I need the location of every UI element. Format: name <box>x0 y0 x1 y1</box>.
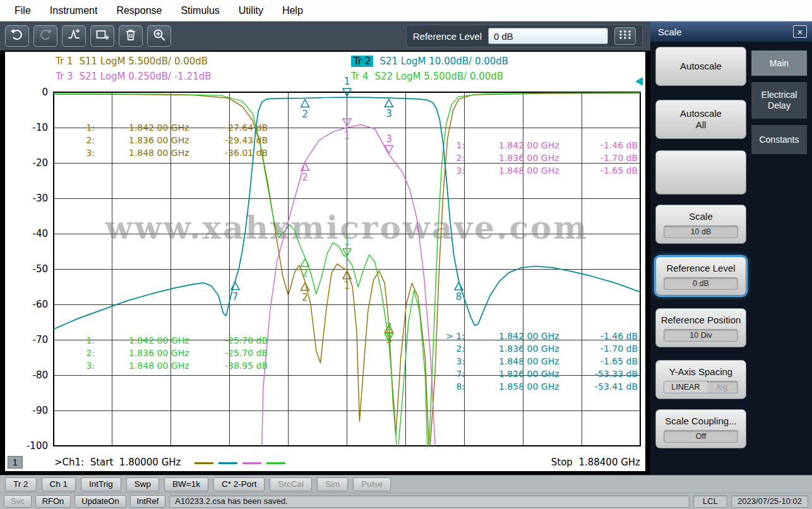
svg-text:-90: -90 <box>33 405 49 416</box>
reference-position-button[interactable]: Reference Position 10 Div <box>655 308 746 347</box>
y-axis-linear-option[interactable]: LINEAR <box>664 381 707 393</box>
trace3-name[interactable]: Tr 3 <box>56 71 73 82</box>
svg-text:-70: -70 <box>33 334 49 345</box>
menu-instrument[interactable]: Instrument <box>40 0 107 21</box>
marker-freq: 1.848 00 GHz <box>465 164 577 177</box>
marker-tr2-3[interactable] <box>385 99 393 107</box>
screen-capture-button[interactable] <box>90 25 114 47</box>
add-marker-icon <box>67 28 81 44</box>
marker-value: -1.65 dB <box>577 164 638 177</box>
svg-text:1: 1 <box>344 130 350 141</box>
svg-text:2: 2 <box>302 292 308 303</box>
bandwidth-button[interactable]: BW=1k <box>164 477 208 491</box>
marker-num: 3: <box>72 359 95 372</box>
marker-num: 2: <box>442 342 465 355</box>
legend-trace3: Tr 3 S21 LogM 0.250dB/ -1.21dB <box>56 71 212 82</box>
marker-tr2-2[interactable] <box>301 100 309 107</box>
svg-text:-30: -30 <box>33 193 49 204</box>
cal-status-button[interactable]: C* 2-Port <box>213 477 265 491</box>
autoscale-all-button[interactable]: Autoscale All <box>655 100 746 139</box>
scale-panel-title: Scale <box>658 27 682 37</box>
y-axis-spacing-value: LINEAR log <box>664 381 738 393</box>
redo-button[interactable] <box>33 25 57 47</box>
close-panel-button[interactable]: × <box>793 25 807 38</box>
reference-level-button[interactable]: Reference Level 0 dB <box>655 256 746 296</box>
keypad-button[interactable] <box>614 27 636 45</box>
marker-value: -27.64 dB <box>207 121 268 134</box>
svg-text:3: 3 <box>386 133 392 145</box>
tab-main[interactable]: Main <box>751 51 807 76</box>
plot-area: 0-10-20-30-40-50-60-70-80-90-100www.xahx… <box>5 52 645 471</box>
trace2-name[interactable]: Tr 2 <box>351 56 373 67</box>
menu-file[interactable]: File <box>5 0 40 21</box>
reference-position-value: 10 Div <box>664 329 738 342</box>
marker-freq: 1.836 00 GHz <box>465 342 577 355</box>
marker-readout-tr3: 1:1.842 00 GHz-1.46 dB 2:1.836 00 GHz-1.… <box>442 139 638 177</box>
marker-tr1-2[interactable] <box>301 283 309 290</box>
reference-position-label: Reference Position <box>661 314 741 326</box>
trace1-name[interactable]: Tr 1 <box>56 56 73 67</box>
close-icon: × <box>797 27 803 37</box>
marker-value: -1.46 dB <box>577 139 638 152</box>
trigger-button[interactable]: IntTrig <box>81 477 121 491</box>
rf-on-button[interactable]: RFOn <box>35 495 71 508</box>
marker-freq: 1.842 00 GHz <box>465 139 577 152</box>
autoscale-all-label: Autoscale All <box>680 108 722 131</box>
sweep-button[interactable]: Swp <box>126 477 159 491</box>
svg-text:-60: -60 <box>33 299 49 310</box>
update-on-button[interactable]: UpdateOn <box>75 495 126 508</box>
datetime-display: 2023/07/25-10:02 <box>731 495 808 508</box>
channel-badge[interactable]: 1 <box>8 456 23 469</box>
menu-stimulus[interactable]: Stimulus <box>171 0 229 21</box>
undo-button[interactable] <box>5 25 29 47</box>
channel-select-button[interactable]: Ch 1 <box>42 477 76 491</box>
marker-freq: 1.858 00 GHz <box>465 380 577 393</box>
marker-freq: 1.842 00 GHz <box>95 121 207 134</box>
autoscale-button[interactable]: Autoscale <box>655 47 746 86</box>
marker-num: 3: <box>442 355 465 368</box>
menu-help[interactable]: Help <box>273 0 313 21</box>
reference-level-label: Reference Level <box>413 31 482 42</box>
svg-text:-80: -80 <box>33 369 49 381</box>
marker-value: -38.95 dB <box>207 359 268 372</box>
marker-value: -29.43 dB <box>207 134 268 147</box>
svg-text:8: 8 <box>456 291 462 302</box>
trace4-name[interactable]: Tr 4 <box>351 71 368 82</box>
trace3-legend-dash <box>242 462 261 464</box>
tab-electrical-delay[interactable]: Electrical Delay <box>751 82 807 119</box>
trace-select-button[interactable]: Tr 2 <box>5 477 37 491</box>
y-axis-spacing-button[interactable]: Y-Axis Spacing LINEAR log <box>655 360 746 399</box>
tab-constants[interactable]: Constants <box>751 125 807 154</box>
marker-tr3-2[interactable] <box>301 163 309 171</box>
menu-utility[interactable]: Utility <box>229 0 273 21</box>
marker-freq: 1.848 00 GHz <box>95 147 207 159</box>
keypad-icon <box>619 30 631 42</box>
y-axis-log-option[interactable]: log <box>707 381 737 393</box>
blank-button[interactable] <box>655 150 746 195</box>
trace2-legend-dash <box>218 462 237 464</box>
add-marker-button[interactable] <box>62 25 86 47</box>
scale-button[interactable]: Scale 10 dB <box>655 205 746 244</box>
svg-text:2: 2 <box>302 172 308 183</box>
marker-freq: 1.836 00 GHz <box>95 347 207 359</box>
reference-level-value: 0 dB <box>664 277 738 290</box>
status-message: A10233.2.csa has been saved. <box>169 495 690 508</box>
marker-num: 1: <box>442 139 465 152</box>
srccal-button: SrcCal <box>270 477 312 491</box>
marker-num: > 1: <box>442 330 465 342</box>
trace-tr3[interactable] <box>258 125 438 472</box>
marker-num: 3: <box>442 164 465 177</box>
marker-freq: 1.826 00 GHz <box>465 368 577 380</box>
trash-icon <box>124 28 138 44</box>
scale-panel-tabs: Main Electrical Delay Constants <box>751 51 809 448</box>
marker-freq: 1.842 00 GHz <box>95 334 207 347</box>
zoom-button[interactable] <box>147 25 171 47</box>
svg-text:0: 0 <box>42 87 48 98</box>
int-ref-button[interactable]: IntRef <box>130 495 166 508</box>
menu-response[interactable]: Response <box>107 0 171 21</box>
reference-level-input[interactable] <box>488 28 608 44</box>
scale-coupling-value: Off <box>664 430 738 443</box>
scale-coupling-button[interactable]: Scale Coupling... Off <box>655 409 746 448</box>
delete-button[interactable] <box>119 25 143 47</box>
scale-value: 10 dB <box>664 225 738 238</box>
